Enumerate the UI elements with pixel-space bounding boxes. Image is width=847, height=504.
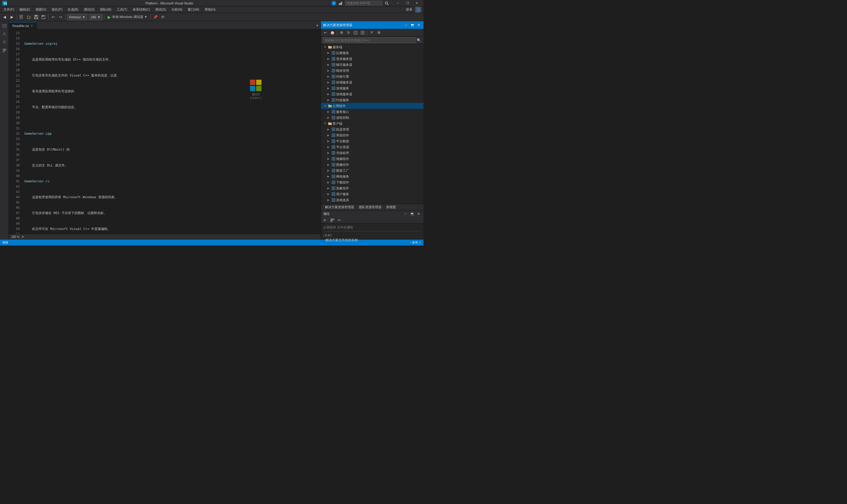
- undo-button[interactable]: ↩: [50, 14, 56, 20]
- tree-item-login[interactable]: ▶ 登录服务器: [321, 56, 424, 62]
- tree-item-chat[interactable]: ▶ 聊天服务器: [321, 62, 424, 68]
- solution-close-button[interactable]: ✕: [416, 22, 421, 28]
- tree-item-process-ctrl[interactable]: ▶ 进程控制: [321, 115, 424, 121]
- tree-item-coord[interactable]: ▶ 协调服务器: [321, 79, 424, 85]
- platform-dropdown[interactable]: x86 ▼: [89, 14, 103, 20]
- run-button[interactable]: ▶ 本地 Windows 调试器 ▼: [106, 14, 149, 20]
- tree-item-bisai[interactable]: ▶ 比赛服务: [321, 50, 424, 56]
- solution-search-input[interactable]: [323, 37, 416, 43]
- redo-button[interactable]: ↪: [57, 14, 64, 20]
- menu-team[interactable]: 团队(M): [98, 7, 114, 12]
- project-icon-video: [331, 157, 336, 161]
- code-content[interactable]: GameServer.vcproj 这是用应用程序向导生成的 VC++ 项目的主…: [22, 30, 321, 234]
- menu-edit[interactable]: 编辑(E): [17, 7, 33, 12]
- tab-class-view[interactable]: 类视图: [384, 204, 398, 210]
- svg-rect-77: [332, 170, 335, 172]
- tab-solution-explorer[interactable]: 解决方案资源管理器: [323, 204, 356, 210]
- props-float-button[interactable]: ⬒: [409, 211, 415, 216]
- editor-content[interactable]: 13 14 15 16 17 18 19 20 21 22 23 24 25 2…: [9, 30, 321, 234]
- solution-float-button[interactable]: ⬒: [410, 22, 415, 28]
- tree-item-download[interactable]: ▶ 下载组件: [321, 179, 424, 185]
- menu-view[interactable]: 视图(V): [33, 7, 49, 12]
- solution-collapse-btn[interactable]: [352, 30, 359, 36]
- team-explorer-icon[interactable]: [1, 31, 8, 38]
- tree-item-game-svc[interactable]: ▶ 游戏服务: [321, 85, 424, 91]
- status-ready[interactable]: 就绪: [2, 240, 8, 245]
- forward-button[interactable]: ▶: [8, 14, 15, 20]
- close-button[interactable]: ✕: [412, 1, 421, 5]
- menu-help[interactable]: 帮助(H): [202, 7, 218, 12]
- props-category-btn[interactable]: [329, 217, 336, 223]
- menu-window[interactable]: 窗口(W): [185, 7, 202, 12]
- tab-menu-button[interactable]: ▼: [314, 22, 321, 29]
- tab-team-explorer[interactable]: 团队资源管理器: [357, 204, 383, 210]
- tree-item-ui-ctrl[interactable]: ▶ 界面控件: [321, 132, 424, 138]
- menu-test[interactable]: 测试(S): [153, 7, 168, 12]
- menu-file[interactable]: 文件(F): [1, 7, 16, 12]
- tree-item-game-props[interactable]: ▶ 游戏道具: [321, 197, 424, 203]
- open-file-button[interactable]: [25, 14, 32, 20]
- solution-search-icon[interactable]: 🔍: [416, 37, 422, 43]
- save-all-button[interactable]: [40, 14, 47, 20]
- props-close-button[interactable]: ✕: [416, 211, 421, 216]
- back-button[interactable]: ◀: [1, 14, 8, 20]
- tree-item-game-server[interactable]: ▶ 游戏服务器: [321, 91, 424, 97]
- svg-rect-79: [332, 176, 335, 177]
- tree-item-update[interactable]: ▶ 升级程序: [321, 150, 424, 156]
- properties-icon[interactable]: [1, 39, 8, 46]
- tree-item-user-svc[interactable]: ▶ 用户服务: [321, 191, 424, 197]
- menu-project[interactable]: 项目(P): [49, 7, 65, 12]
- tree-item-platform-data[interactable]: ▶ 平台数据: [321, 138, 424, 144]
- sign-in-button[interactable]: 登录: [403, 7, 415, 12]
- tree-item-machine-mgr[interactable]: ▶ 机器管理: [321, 126, 424, 132]
- menu-analyze[interactable]: 分析(N): [169, 7, 185, 12]
- menu-build[interactable]: 生成(B): [65, 7, 81, 12]
- tab-readme[interactable]: ReadMe.txt ✕: [9, 22, 37, 29]
- tree-item-module[interactable]: ▶ 模块管理: [321, 68, 424, 73]
- props-pin-button[interactable]: ─: [403, 211, 408, 216]
- menu-debug[interactable]: 调试(D): [82, 7, 97, 12]
- new-file-button[interactable]: [18, 14, 25, 20]
- notification-badge[interactable]: 4: [331, 1, 336, 5]
- solution-explorer-icon[interactable]: [1, 22, 8, 30]
- status-publish[interactable]: ↑ 发布 ∨: [410, 240, 421, 245]
- pin-button[interactable]: 📌: [152, 14, 159, 20]
- menu-arch[interactable]: 体系结构(C): [130, 7, 152, 12]
- solution-settings2-btn[interactable]: ⚙: [376, 30, 382, 36]
- menu-tools[interactable]: 工具(T): [114, 7, 130, 12]
- tab-close-button[interactable]: ✕: [31, 24, 33, 28]
- format-button[interactable]: [160, 14, 166, 20]
- tree-item-kernel[interactable]: ▶ 内核引擎: [321, 73, 424, 79]
- account-icon[interactable]: 👤: [415, 7, 421, 13]
- solution-filter-btn[interactable]: [368, 30, 375, 36]
- solution-home-btn[interactable]: 🏠: [329, 30, 336, 36]
- toolbar-anchor-icon[interactable]: [1, 47, 8, 54]
- tree-item-common-components[interactable]: ▼ 公用组件: [321, 103, 424, 109]
- zoom-dropdown[interactable]: ▼: [21, 235, 25, 239]
- solution-show-btn[interactable]: [359, 30, 366, 36]
- solution-pin-button[interactable]: ─: [403, 22, 409, 28]
- restore-button[interactable]: ❐: [403, 1, 412, 5]
- tree-view[interactable]: ▼ 服务端 ▶ 比赛服务 ▶ 登录服务器: [321, 44, 424, 204]
- save-button[interactable]: [33, 14, 39, 20]
- solution-settings-btn[interactable]: ⚙: [338, 30, 345, 36]
- tree-item-server-root[interactable]: ▼ 服务端: [321, 44, 424, 50]
- tree-item-graphics-factory[interactable]: ▶ 图形工厂: [321, 168, 424, 174]
- tree-item-service-core[interactable]: ▶ 服务核心: [321, 109, 424, 115]
- svg-rect-22: [3, 49, 6, 50]
- props-edit-btn[interactable]: ✏: [336, 217, 343, 223]
- solution-refresh-btn[interactable]: ↻: [345, 30, 352, 36]
- tree-item-image-ctrl[interactable]: ▶ 图像控件: [321, 162, 424, 168]
- tree-item-avatar[interactable]: ▶ 形象组件: [321, 185, 424, 191]
- props-sort-btn[interactable]: [322, 217, 328, 223]
- tree-item-client-root[interactable]: ▼ 客户端: [321, 121, 424, 126]
- minimize-button[interactable]: ─: [394, 1, 402, 5]
- tree-item-network[interactable]: ▶ 网络服务: [321, 174, 424, 179]
- tree-item-video[interactable]: ▶ 视频组件: [321, 156, 424, 162]
- tree-item-war[interactable]: ▶ 约战服务: [321, 97, 424, 103]
- properties-header: 属性 ─ ⬒ ✕: [321, 211, 424, 217]
- tree-item-platform-res[interactable]: ▶ 平台资源: [321, 144, 424, 150]
- quick-launch-input[interactable]: 快速启动 (Ctrl+Q): [345, 1, 382, 5]
- config-dropdown[interactable]: Release ▼: [67, 14, 87, 20]
- solution-back-btn[interactable]: ↩: [322, 30, 328, 36]
